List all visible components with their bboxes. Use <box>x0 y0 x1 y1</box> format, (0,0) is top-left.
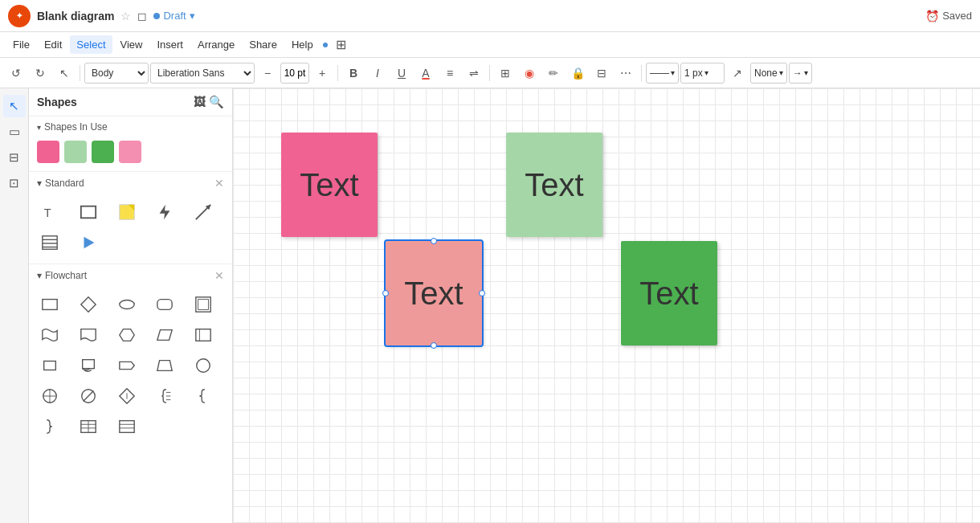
fc-bullseye[interactable] <box>35 382 64 411</box>
shape-postit[interactable] <box>112 198 141 227</box>
font-size-minus[interactable]: − <box>256 62 279 84</box>
swatch-light-green[interactable] <box>64 141 87 163</box>
shapes-panel: Shapes 🖼 🔍 ▾ Shapes In Use ▾ Standard <box>29 88 233 523</box>
menu-share[interactable]: Share <box>243 35 284 54</box>
fc-small-rect[interactable] <box>35 351 64 380</box>
fc-hexagon[interactable] <box>112 321 141 349</box>
svg-line-31 <box>83 391 93 402</box>
lock-button[interactable]: 🔒 <box>566 62 589 84</box>
angle-button[interactable]: ↗ <box>726 62 749 84</box>
draft-badge[interactable]: Draft ▾ <box>153 10 194 22</box>
undo-button[interactable]: ↺ <box>5 62 27 84</box>
font-select[interactable]: Liberation Sans <box>150 63 255 84</box>
fc-data[interactable] <box>189 321 218 349</box>
handle-right[interactable] <box>479 290 485 296</box>
panel-title: Shapes <box>37 96 77 108</box>
fill-color-button[interactable]: ◉ <box>518 62 541 84</box>
sticky-dark-green[interactable]: Text <box>621 241 717 345</box>
font-size-input[interactable] <box>280 63 309 84</box>
draft-arrow[interactable]: ▾ <box>190 10 195 22</box>
underline-button[interactable]: U <box>390 62 413 84</box>
fc-tape[interactable] <box>35 321 64 349</box>
text-dir-button[interactable]: ⇌ <box>463 62 485 84</box>
shapes-in-use-header[interactable]: ▾ Shapes In Use <box>29 116 232 137</box>
menu-view[interactable]: View <box>114 35 149 54</box>
sidebar-icon-pages[interactable]: ▭ <box>3 121 26 143</box>
none-select[interactable]: None▾ <box>750 63 787 84</box>
doc-icon[interactable]: ◻ <box>137 10 147 22</box>
line-color-button[interactable]: ✏ <box>542 62 565 84</box>
sticky-pink[interactable]: Text <box>281 133 378 237</box>
fc-curly-brace[interactable] <box>189 382 218 411</box>
menu-edit[interactable]: Edit <box>38 35 68 54</box>
fc-arrow-shape[interactable] <box>112 351 141 380</box>
flowchart-section-header[interactable]: ▾ Flowchart ✕ <box>29 264 232 287</box>
fc-brace[interactable] <box>150 382 179 411</box>
panel-search-icon[interactable]: 🔍 <box>209 95 224 109</box>
more-button[interactable]: ⋯ <box>615 62 637 84</box>
line-style-select[interactable]: ——▾ <box>646 63 679 84</box>
sidebar-icon-cursor[interactable]: ↖ <box>3 95 26 117</box>
fc-rounded[interactable] <box>150 290 179 319</box>
bold-button[interactable]: B <box>342 62 365 84</box>
fc-oval[interactable] <box>112 290 141 319</box>
menu-arrange[interactable]: Arrange <box>191 35 241 54</box>
sticky-salmon[interactable]: Text <box>386 241 482 345</box>
star-icon[interactable]: ☆ <box>120 10 131 22</box>
menu-insert[interactable]: Insert <box>150 35 190 54</box>
fc-parallelogram[interactable] <box>150 321 179 349</box>
italic-button[interactable]: I <box>366 62 389 84</box>
svg-rect-1 <box>81 206 96 219</box>
fc-table[interactable] <box>74 412 103 441</box>
px-select[interactable]: 1 px▾ <box>680 63 725 84</box>
canvas[interactable]: Text Text Text Text <box>233 88 980 523</box>
sidebar-icon-layers[interactable]: ⊟ <box>3 146 26 169</box>
svg-rect-20 <box>196 329 210 341</box>
fc-frame[interactable] <box>189 290 218 319</box>
panel-image-icon[interactable]: 🖼 <box>194 95 206 109</box>
shape-lightning[interactable] <box>150 198 179 227</box>
swatch-pink[interactable] <box>37 141 59 163</box>
shape-rectangle[interactable] <box>74 198 103 227</box>
sidebar-icon-more[interactable]: ⊡ <box>3 172 26 194</box>
align-button[interactable]: ≡ <box>439 62 461 84</box>
insert-shape-button[interactable]: ⊞ <box>494 62 517 84</box>
swatch-magenta[interactable] <box>119 141 141 163</box>
menu-file[interactable]: File <box>6 35 36 54</box>
cursor-button[interactable]: ↖ <box>53 62 76 84</box>
fc-ref[interactable] <box>112 382 141 411</box>
handle-left[interactable] <box>382 290 389 296</box>
shape-arrow[interactable] <box>189 198 218 227</box>
standard-close[interactable]: ✕ <box>214 177 224 190</box>
apps-icon[interactable]: ⊞ <box>336 37 346 52</box>
fc-no-entry[interactable] <box>74 382 103 411</box>
fc-side-brace[interactable] <box>35 412 64 441</box>
arrow-select[interactable]: →▾ <box>789 63 812 84</box>
conn-button[interactable]: ⊟ <box>590 62 613 84</box>
swatch-dark-green[interactable] <box>92 141 114 163</box>
fc-multi-doc[interactable] <box>74 351 103 380</box>
fc-entity[interactable] <box>112 412 141 441</box>
redo-button[interactable]: ↻ <box>29 62 51 84</box>
font-size-plus[interactable]: + <box>311 62 333 84</box>
svg-point-26 <box>197 359 210 373</box>
handle-bottom[interactable] <box>431 342 437 349</box>
flowchart-left: ▾ Flowchart <box>37 270 87 281</box>
saved-area[interactable]: ⏰ Saved <box>925 10 972 22</box>
shape-text[interactable]: T <box>35 198 64 227</box>
font-color-button[interactable]: A <box>414 62 437 84</box>
style-select[interactable]: Body <box>84 63 149 84</box>
handle-top[interactable] <box>431 238 437 244</box>
standard-section-header[interactable]: ▾ Standard ✕ <box>29 172 232 194</box>
menu-help[interactable]: Help <box>285 35 320 54</box>
fc-circle[interactable] <box>189 351 218 380</box>
shape-list[interactable] <box>35 228 64 257</box>
shape-play[interactable] <box>74 228 103 257</box>
flowchart-close[interactable]: ✕ <box>214 269 224 282</box>
fc-rect[interactable] <box>35 290 64 319</box>
fc-document[interactable] <box>74 321 103 349</box>
fc-trapezoid[interactable] <box>150 351 179 380</box>
fc-diamond[interactable] <box>74 290 103 319</box>
sticky-light-green[interactable]: Text <box>506 133 602 237</box>
menu-select[interactable]: Select <box>70 35 112 54</box>
